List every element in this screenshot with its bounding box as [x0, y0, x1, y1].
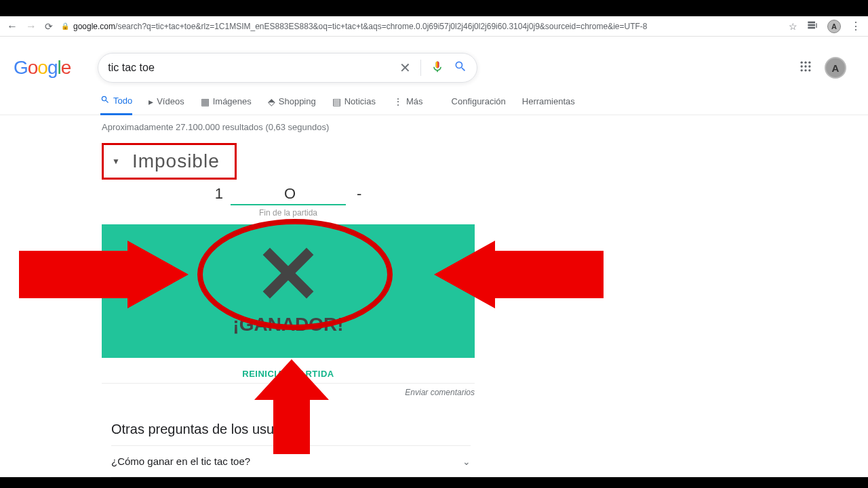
tab-videos[interactable]: ▸ Vídeos — [149, 95, 184, 115]
tab-label: Noticias — [344, 96, 376, 106]
score-dash: - — [357, 185, 361, 203]
svg-rect-0 — [808, 22, 814, 22]
reload-button[interactable]: ⟳ — [45, 21, 53, 32]
tab-label: Imágenes — [213, 96, 252, 106]
profile-avatar-small[interactable]: A — [827, 20, 841, 33]
separator — [420, 60, 421, 76]
tab-shopping[interactable]: ⬘ Shopping — [268, 95, 316, 115]
search-input[interactable] — [108, 62, 390, 74]
search-box[interactable]: ✕ — [98, 53, 477, 83]
address-bar[interactable]: 🔒 google.com/search?q=tic+tac+toe&rlz=1C… — [61, 22, 781, 31]
game-end-label: Fin de la partida — [102, 205, 475, 224]
svg-point-5 — [808, 62, 810, 64]
more-icon: ⋮ — [393, 96, 403, 107]
svg-point-9 — [801, 69, 803, 71]
svg-point-10 — [804, 69, 806, 71]
svg-point-6 — [801, 65, 803, 67]
forward-button[interactable]: → — [26, 20, 37, 33]
tab-news[interactable]: ▤ Noticias — [332, 95, 376, 115]
svg-rect-1 — [808, 24, 814, 25]
back-button[interactable]: ← — [7, 20, 18, 33]
lock-icon: 🔒 — [61, 22, 69, 30]
image-icon: ▦ — [201, 96, 210, 107]
news-icon: ▤ — [332, 96, 341, 107]
paa-title: Otras preguntas de los usuarios — [111, 422, 471, 445]
paa-question: ¿Cómo ganar en el tic tac toe? — [111, 455, 250, 467]
restart-button[interactable]: REINICIAR PARTIDA — [102, 358, 475, 383]
search-icon — [100, 95, 110, 106]
svg-rect-2 — [808, 27, 814, 28]
tab-label: Más — [406, 96, 423, 106]
google-logo[interactable]: Google — [14, 57, 71, 79]
winner-text: ¡GANADOR! — [233, 314, 343, 336]
score-o-label: O — [284, 185, 296, 203]
account-avatar[interactable]: A — [825, 57, 846, 79]
voice-search-icon[interactable] — [431, 60, 444, 76]
tab-label: Herramientas — [522, 96, 575, 106]
browser-toolbar: ← → ⟳ 🔒 google.com/search?q=tic+tac+toe&… — [0, 16, 868, 37]
feedback-row: Enviar comentarios — [102, 383, 475, 401]
tab-label: Vídeos — [157, 96, 184, 106]
score-row: 1 O - — [102, 180, 475, 204]
reading-list-icon[interactable] — [807, 20, 818, 33]
score-x: 1 — [215, 185, 223, 203]
tab-label: Configuración — [452, 96, 506, 106]
tag-icon: ⬘ — [268, 96, 275, 107]
video-icon: ▸ — [149, 96, 153, 107]
tab-images[interactable]: ▦ Imágenes — [201, 95, 252, 115]
search-header: Google ✕ A — [0, 37, 868, 83]
url-domain: google.com — [73, 22, 115, 31]
dropdown-arrow-icon: ▼ — [112, 157, 120, 166]
svg-point-8 — [808, 65, 810, 67]
game-board: ¡GANADOR! — [102, 224, 475, 358]
clear-search-icon[interactable]: ✕ — [399, 60, 411, 76]
url-path: /search?q=tic+tac+toe&rlz=1C1MSIM_enES88… — [115, 22, 647, 31]
svg-point-3 — [801, 62, 803, 64]
svg-point-4 — [804, 62, 806, 64]
paa-item[interactable]: ¿Cómo ganar en el tic tac toe? ⌄ — [111, 445, 471, 476]
svg-point-7 — [804, 65, 806, 67]
bookmark-star-icon[interactable]: ☆ — [789, 21, 797, 32]
tab-more[interactable]: ⋮ Más — [392, 95, 423, 115]
difficulty-label: Imposible — [132, 150, 220, 172]
tab-label: Todo — [113, 96, 132, 106]
tab-all[interactable]: Todo — [100, 95, 132, 115]
results-stats: Aproximadamente 27.100.000 resultados (0… — [0, 115, 868, 132]
apps-grid-icon[interactable] — [799, 60, 812, 76]
winner-x-icon — [257, 242, 319, 307]
tab-tools[interactable]: Herramientas — [522, 95, 575, 115]
difficulty-selector[interactable]: ▼ Imposible — [102, 143, 237, 180]
chevron-down-icon: ⌄ — [462, 456, 471, 467]
tab-label: Shopping — [279, 96, 316, 106]
search-tabs: Todo ▸ Vídeos ▦ Imágenes ⬘ Shopping ▤ No… — [0, 83, 868, 115]
search-button-icon[interactable] — [454, 60, 467, 77]
tictactoe-widget: ▼ Imposible 1 O - Fin de la partida ¡GAN… — [102, 143, 475, 401]
svg-point-11 — [808, 69, 810, 71]
tab-settings[interactable]: Configuración — [452, 95, 506, 115]
browser-menu-icon[interactable]: ⋮ — [850, 20, 861, 33]
send-feedback-link[interactable]: Enviar comentarios — [405, 388, 475, 397]
